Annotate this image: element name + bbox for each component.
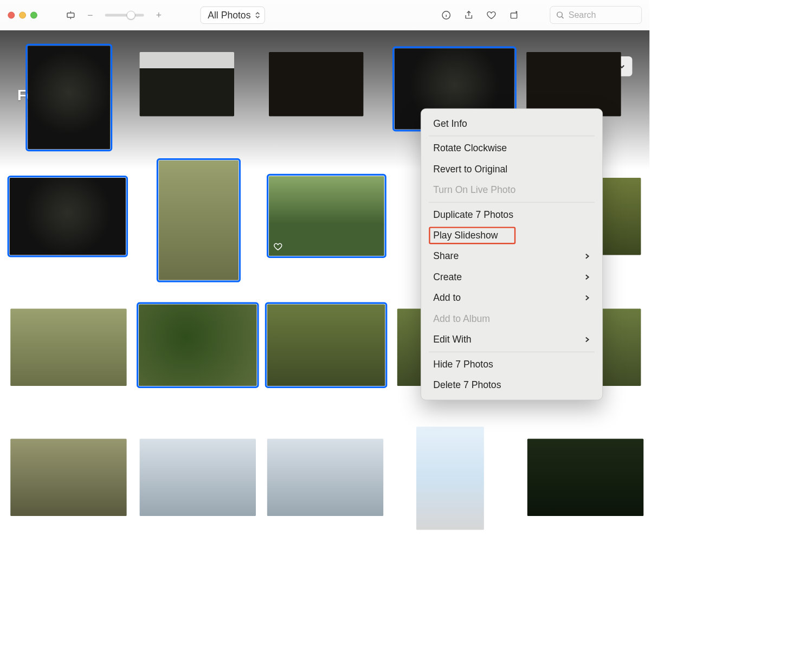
search-input[interactable]: Search: [550, 6, 642, 24]
zoom-out-button[interactable]: −: [86, 9, 94, 21]
heart-icon: [486, 10, 497, 20]
search-icon: [556, 10, 565, 20]
zoom-slider[interactable]: [105, 14, 144, 16]
menu-duplicate[interactable]: Duplicate 7 Photos: [421, 204, 602, 225]
aspect-icon: [66, 10, 76, 20]
menu-separator: [429, 202, 595, 203]
photo-thumbnail[interactable]: [139, 305, 257, 386]
info-icon: [441, 10, 452, 20]
menu-separator: [429, 136, 595, 136]
menu-share[interactable]: Share: [421, 246, 602, 267]
close-window-button[interactable]: [8, 11, 15, 18]
share-button[interactable]: [461, 8, 476, 22]
zoom-in-button[interactable]: +: [154, 9, 163, 21]
view-selector[interactable]: All Photos: [201, 7, 265, 24]
toolbar: − + All Photos Search: [0, 0, 649, 30]
menu-turn-on-live-photo: Turn On Live Photo: [421, 179, 602, 200]
photo-thumbnail[interactable]: [140, 439, 256, 516]
favorite-badge-icon: [273, 242, 283, 251]
photo-thumbnail[interactable]: [140, 52, 234, 116]
photo-thumbnail[interactable]: [269, 176, 384, 256]
menu-separator: [429, 352, 595, 352]
menu-add-to-album: Add to Album: [421, 308, 602, 329]
aspect-crop-button[interactable]: [63, 8, 78, 22]
view-selector-label: All Photos: [208, 9, 250, 21]
context-menu: Get Info Rotate Clockwise Revert to Orig…: [421, 108, 603, 400]
menu-rotate-clockwise[interactable]: Rotate Clockwise: [421, 138, 602, 158]
photo-thumbnail[interactable]: [159, 160, 239, 280]
info-button[interactable]: [439, 8, 454, 22]
menu-hide[interactable]: Hide 7 Photos: [421, 354, 602, 375]
chevron-right-icon: [584, 250, 590, 262]
photo-grid-area: Feb 23, 2021 7 Photos Selected Showing: …: [0, 30, 649, 537]
photo-thumbnail[interactable]: [10, 178, 126, 255]
menu-add-to[interactable]: Add to: [421, 287, 602, 308]
photo-thumbnail[interactable]: [526, 52, 621, 116]
zoom-slider-knob[interactable]: [127, 11, 136, 20]
photo-thumbnail[interactable]: [267, 439, 383, 516]
search-placeholder: Search: [569, 10, 596, 20]
svg-rect-2: [511, 13, 517, 18]
menu-get-info[interactable]: Get Info: [421, 113, 602, 134]
photo-thumbnail[interactable]: [416, 427, 484, 530]
menu-create[interactable]: Create: [421, 267, 602, 287]
svg-point-3: [557, 12, 563, 17]
photo-thumbnail[interactable]: [10, 439, 126, 516]
share-icon: [463, 10, 474, 20]
menu-delete[interactable]: Delete 7 Photos: [421, 375, 602, 395]
svg-rect-0: [67, 13, 74, 17]
stepper-icon: [255, 11, 260, 18]
fullscreen-window-button[interactable]: [30, 11, 37, 18]
favorite-button[interactable]: [484, 8, 499, 22]
photo-thumbnail[interactable]: [267, 305, 385, 386]
photo-thumbnail[interactable]: [527, 439, 643, 516]
chevron-right-icon: [584, 292, 590, 304]
photo-thumbnail[interactable]: [269, 52, 363, 116]
rotate-button[interactable]: [506, 8, 521, 22]
menu-play-slideshow[interactable]: Play Slideshow: [421, 225, 602, 246]
menu-revert-original[interactable]: Revert to Original: [421, 159, 602, 179]
chevron-right-icon: [584, 272, 590, 283]
chevron-right-icon: [584, 334, 590, 345]
window-controls: [8, 11, 37, 18]
minimize-window-button[interactable]: [19, 11, 26, 18]
menu-edit-with[interactable]: Edit With: [421, 329, 602, 350]
photo-thumbnail[interactable]: [28, 46, 110, 149]
photo-thumbnail[interactable]: [10, 309, 126, 386]
rotate-icon: [508, 10, 519, 20]
